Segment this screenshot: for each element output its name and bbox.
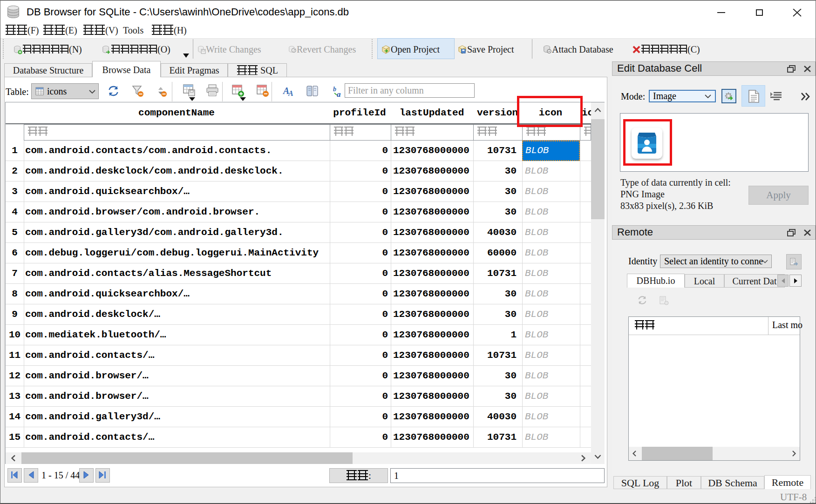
svg-text:b: b [333,86,336,93]
svg-text:A: A [288,89,293,97]
svg-text:a: a [337,90,341,98]
